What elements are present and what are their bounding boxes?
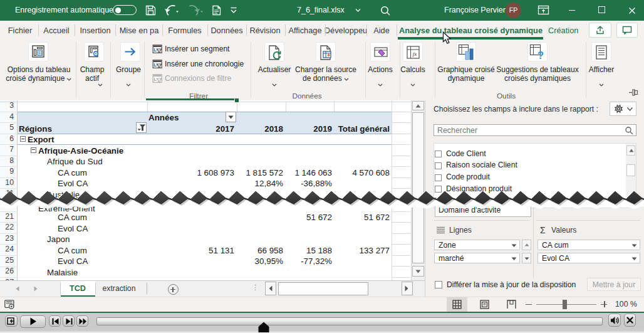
svg-text:?: ? bbox=[538, 50, 544, 61]
svg-text:fx: fx bbox=[413, 51, 417, 57]
